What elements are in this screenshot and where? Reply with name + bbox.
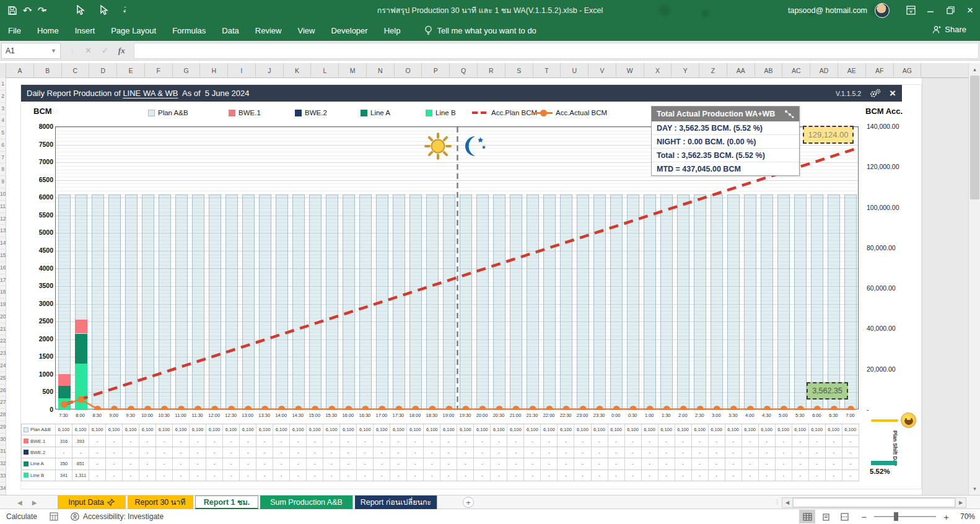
- ribbon-tab-help[interactable]: Help: [376, 21, 409, 40]
- row-header-31[interactable]: 31: [0, 445, 6, 458]
- column-header-ae[interactable]: AE: [838, 63, 866, 78]
- name-box-dropdown-icon[interactable]: ▼: [51, 48, 56, 54]
- row-header-13[interactable]: 13: [0, 225, 6, 237]
- column-header-d[interactable]: D: [89, 63, 117, 78]
- column-header-g[interactable]: G: [173, 63, 201, 78]
- row-header-10[interactable]: 10: [0, 188, 6, 201]
- chart-close-icon[interactable]: ×: [890, 88, 896, 98]
- cancel-entry-icon[interactable]: ✕: [85, 46, 92, 55]
- scroll-right-icon[interactable]: ▶: [955, 498, 966, 507]
- column-header-k[interactable]: K: [284, 63, 312, 78]
- horizontal-scrollbar[interactable]: ◀ ▶: [782, 497, 966, 508]
- row-header-23[interactable]: 23: [0, 347, 6, 360]
- row-header-6[interactable]: 6: [0, 139, 6, 152]
- sheet-nav-left-icon[interactable]: ◀: [17, 499, 22, 506]
- ribbon-tab-data[interactable]: Data: [214, 21, 247, 40]
- sheet-nav-right-icon[interactable]: ▶: [32, 499, 37, 506]
- column-header-c[interactable]: C: [62, 63, 90, 78]
- column-header-x[interactable]: X: [644, 63, 672, 78]
- ribbon-tab-page-layout[interactable]: Page Layout: [103, 21, 164, 40]
- sheet-tab-report-1[interactable]: Report 1 ชม.: [195, 496, 258, 509]
- row-header-22[interactable]: 22: [0, 335, 6, 347]
- namebox-splitter-icon[interactable]: ⋮: [69, 48, 75, 54]
- ribbon-display-options-icon[interactable]: [901, 0, 921, 20]
- row-header-12[interactable]: 12: [0, 213, 6, 225]
- column-header-y[interactable]: Y: [672, 63, 699, 78]
- column-header-h[interactable]: H: [200, 63, 228, 78]
- total-production-textbox[interactable]: Total Actual Production WA+WB DAY : 3,56…: [651, 106, 800, 176]
- row-header-33[interactable]: 33: [0, 470, 6, 483]
- column-header-n[interactable]: N: [367, 63, 395, 78]
- view-normal-button[interactable]: [799, 510, 815, 523]
- share-button[interactable]: Share: [932, 25, 966, 34]
- confirm-entry-icon[interactable]: ✓: [102, 46, 108, 55]
- zoom-out-button[interactable]: −: [861, 512, 867, 522]
- column-header-aa[interactable]: AA: [727, 63, 755, 78]
- horizontal-scroll-thumb[interactable]: [793, 498, 955, 507]
- account-email[interactable]: tapsood@ hotmail.com: [788, 6, 867, 15]
- row-header-34[interactable]: 34: [0, 483, 6, 495]
- row-header-20[interactable]: 20: [0, 311, 6, 323]
- row-header-8[interactable]: 8: [0, 164, 6, 176]
- save-icon[interactable]: [6, 3, 19, 18]
- ribbon-tab-review[interactable]: Review: [247, 21, 290, 40]
- vertical-scrollbar[interactable]: ▲ ▼: [968, 63, 980, 495]
- column-header-b[interactable]: B: [34, 63, 62, 78]
- cursor-macro-button[interactable]: [74, 3, 87, 18]
- ribbon-tab-insert[interactable]: Insert: [67, 21, 103, 40]
- row-header-27[interactable]: 27: [0, 396, 6, 409]
- column-header-l[interactable]: L: [311, 63, 339, 78]
- column-header-ab[interactable]: AB: [755, 63, 783, 78]
- column-header-ac[interactable]: AC: [782, 63, 810, 78]
- row-header-7[interactable]: 7: [0, 152, 6, 164]
- calc-mode[interactable]: Calculate: [0, 512, 43, 521]
- tell-me-box[interactable]: Tell me what you want to do: [424, 25, 536, 36]
- row-header-21[interactable]: 21: [0, 323, 6, 336]
- column-header-ag[interactable]: AG: [894, 63, 922, 78]
- row-header-14[interactable]: 14: [0, 237, 6, 250]
- minimize-button[interactable]: [921, 0, 940, 20]
- row-header-3[interactable]: 3: [0, 103, 6, 115]
- row-header-11[interactable]: 11: [0, 201, 6, 213]
- column-header-j[interactable]: J: [256, 63, 284, 78]
- row-header-16[interactable]: 16: [0, 262, 6, 274]
- sheet-tab-report-30[interactable]: Report 30 นาที: [128, 496, 193, 509]
- account-avatar[interactable]: [875, 3, 890, 18]
- ribbon-tab-formulas[interactable]: Formulas: [164, 21, 214, 40]
- cursor-macro-button-2[interactable]: [98, 3, 110, 18]
- row-header-30[interactable]: 30: [0, 434, 6, 446]
- row-header-4[interactable]: 4: [0, 115, 6, 127]
- column-header-af[interactable]: AF: [866, 63, 894, 78]
- scroll-up-icon[interactable]: ▲: [970, 64, 979, 74]
- new-sheet-button[interactable]: +: [463, 497, 474, 508]
- column-header-ad[interactable]: AD: [810, 63, 838, 78]
- ribbon-tab-view[interactable]: View: [289, 21, 323, 40]
- select-all-corner[interactable]: [0, 63, 6, 78]
- ribbon-tab-home[interactable]: Home: [29, 21, 67, 40]
- macro-record-button[interactable]: [43, 512, 64, 521]
- view-page-layout-button[interactable]: [818, 510, 834, 523]
- row-header-29[interactable]: 29: [0, 421, 6, 434]
- column-header-m[interactable]: M: [339, 63, 367, 78]
- ribbon-tab-file[interactable]: File: [0, 21, 29, 40]
- column-header-p[interactable]: P: [422, 63, 450, 78]
- name-box[interactable]: A1 ▼: [1, 43, 61, 59]
- column-header-u[interactable]: U: [561, 63, 588, 78]
- scroll-left-icon[interactable]: ◀: [782, 498, 793, 507]
- row-header-2[interactable]: 2: [0, 90, 6, 103]
- redo-button[interactable]: ↷▾: [36, 3, 48, 18]
- zoom-level[interactable]: 70%: [952, 512, 975, 521]
- column-header-z[interactable]: Z: [699, 63, 727, 78]
- scroll-down-icon[interactable]: ▼: [970, 484, 979, 494]
- sheet-tab-input-data[interactable]: Input Data: [58, 496, 126, 509]
- formula-input[interactable]: [134, 43, 979, 59]
- settings-gears-icon[interactable]: [868, 89, 882, 98]
- row-header-19[interactable]: 19: [0, 299, 6, 311]
- undo-button[interactable]: ↶▾: [21, 3, 33, 18]
- close-button[interactable]: ×: [960, 0, 980, 20]
- row-header-1[interactable]: 1: [0, 78, 6, 90]
- column-header-v[interactable]: V: [588, 63, 616, 78]
- column-header-q[interactable]: Q: [450, 63, 478, 78]
- vertical-scroll-thumb[interactable]: [970, 76, 979, 199]
- restore-button[interactable]: [940, 0, 960, 20]
